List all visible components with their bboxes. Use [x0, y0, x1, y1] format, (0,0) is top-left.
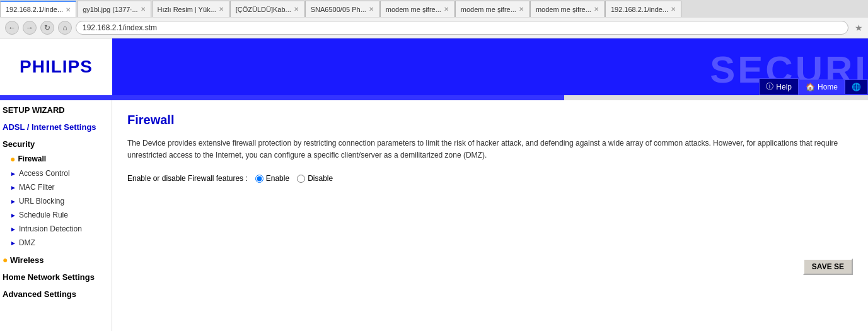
tab-active[interactable]: 192.168.2.1/inde... ✕: [0, 1, 76, 17]
app: PHILIPS SECURI ⓘ Help 🏠 Home 🌐: [0, 38, 868, 331]
sidebar-item-dmz[interactable]: ► DMZ: [0, 236, 112, 250]
arrow-icon-dmz: ►: [10, 240, 16, 247]
header-logo: PHILIPS: [0, 38, 112, 95]
tab-5[interactable]: modem me şifre... ✕: [380, 1, 454, 17]
sidebar-firewall-label: Firewall: [18, 154, 46, 163]
address-bar: ← → ↻ ⌂ 192.168.2.1/index.stm ★: [0, 18, 868, 38]
reload-button[interactable]: ↻: [40, 21, 54, 35]
forward-button[interactable]: →: [23, 21, 37, 35]
url-input[interactable]: 192.168.2.1/index.stm: [76, 21, 848, 35]
sidebar: SETUP WIZARD ADSL / Internet Settings Se…: [0, 100, 112, 331]
home-label: Home: [818, 83, 838, 91]
main-layout: SETUP WIZARD ADSL / Internet Settings Se…: [0, 100, 868, 331]
tab-label-2: Hızlı Resim | Yük...: [158, 6, 216, 13]
enable-radio-label[interactable]: Enable: [255, 174, 289, 183]
tab-3[interactable]: [ÇÖZÜLDÜ]Kab... ✕: [230, 1, 304, 17]
sidebar-mac-filter-label: MAC Filter: [19, 183, 55, 192]
enable-disable-label: Enable or disable Firewall features :: [127, 174, 248, 183]
enable-text: Enable: [266, 174, 289, 183]
tab-6[interactable]: modem me şifre... ✕: [455, 1, 529, 17]
tab-1[interactable]: gy1bl.jpg (1377·... ✕: [77, 1, 151, 17]
disable-radio[interactable]: [297, 175, 305, 183]
sidebar-item-access-control[interactable]: ► Access Control: [0, 166, 112, 180]
home-icon: 🏠: [806, 83, 815, 91]
tab-close-icon[interactable]: ✕: [66, 6, 71, 13]
sidebar-intrusion-label: Intrusion Detection: [19, 224, 82, 233]
save-settings-button[interactable]: SAVE SE: [803, 258, 853, 275]
tab-7[interactable]: modem me şifre... ✕: [530, 1, 605, 17]
sidebar-access-control-label: Access Control: [19, 169, 70, 178]
tab-close-6[interactable]: ✕: [519, 6, 524, 13]
sidebar-security[interactable]: Security: [0, 134, 112, 151]
sidebar-wireless[interactable]: ● Wireless: [0, 250, 112, 267]
help-button[interactable]: ⓘ Help: [759, 78, 799, 95]
sidebar-item-intrusion-detection[interactable]: ► Intrusion Detection: [0, 222, 112, 236]
enable-radio[interactable]: [255, 175, 263, 183]
sidebar-setup-wizard[interactable]: SETUP WIZARD: [0, 100, 112, 117]
tab-label-1: gy1bl.jpg (1377·...: [83, 6, 137, 13]
tab-label-6: modem me şifre...: [461, 6, 516, 13]
tab-close-2[interactable]: ✕: [219, 6, 224, 13]
tab-label: 192.168.2.1/inde...: [6, 6, 63, 13]
disable-radio-label[interactable]: Disable: [297, 174, 333, 183]
globe-icon: 🌐: [852, 83, 861, 91]
bullet-icon-wireless: ●: [3, 255, 8, 265]
home-button[interactable]: ⌂: [58, 21, 72, 35]
help-icon: ⓘ: [766, 81, 773, 92]
tab-label-7: modem me şifre...: [536, 6, 591, 13]
browser-chrome: 192.168.2.1/inde... ✕ gy1bl.jpg (1377·..…: [0, 0, 868, 38]
tab-close-8[interactable]: ✕: [671, 6, 676, 13]
tab-label-8: 192.168.2.1/inde...: [611, 6, 668, 13]
globe-button[interactable]: 🌐: [845, 79, 868, 95]
bookmark-icon[interactable]: ★: [855, 23, 863, 33]
sidebar-item-firewall[interactable]: ● Firewall: [0, 151, 112, 166]
tab-8[interactable]: 192.168.2.1/inde... ✕: [605, 1, 681, 17]
sidebar-item-url-blocking[interactable]: ► URL Blocking: [0, 194, 112, 208]
header-title-area: SECURI ⓘ Help 🏠 Home 🌐: [112, 38, 868, 95]
home-button[interactable]: 🏠 Home: [799, 79, 845, 95]
back-button[interactable]: ←: [5, 21, 19, 35]
tab-close-3[interactable]: ✕: [294, 6, 299, 13]
bullet-icon-firewall: ●: [10, 154, 15, 164]
sidebar-url-blocking-label: URL Blocking: [19, 197, 64, 206]
tab-close-5[interactable]: ✕: [444, 6, 449, 13]
tab-close-7[interactable]: ✕: [594, 6, 599, 13]
sidebar-item-schedule-rule[interactable]: ► Schedule Rule: [0, 208, 112, 222]
sidebar-advanced-settings[interactable]: Advanced Settings: [0, 284, 112, 301]
sidebar-item-mac-filter[interactable]: ► MAC Filter: [0, 180, 112, 194]
help-label: Help: [776, 83, 792, 91]
page-title: Firewall: [127, 113, 853, 127]
arrow-icon-url: ►: [10, 198, 16, 205]
progress-bar-fill: [0, 95, 564, 100]
sidebar-schedule-rule-label: Schedule Rule: [19, 211, 68, 219]
sidebar-home-network[interactable]: Home Network Settings: [0, 267, 112, 284]
header: PHILIPS SECURI ⓘ Help 🏠 Home 🌐: [0, 38, 868, 95]
firewall-toggle-row: Enable or disable Firewall features : En…: [127, 174, 853, 183]
logo-text: PHILIPS: [20, 57, 93, 77]
description-text: The Device provides extensive firewall p…: [127, 137, 853, 161]
url-text: 192.168.2.1/index.stm: [83, 23, 157, 32]
header-nav: ⓘ Help 🏠 Home 🌐: [759, 78, 868, 95]
tab-2[interactable]: Hızlı Resim | Yük... ✕: [152, 1, 229, 17]
sidebar-wireless-label: Wireless: [10, 255, 43, 265]
tab-label-5: modem me şifre...: [386, 6, 441, 13]
sidebar-dmz-label: DMZ: [19, 238, 35, 247]
tab-close-1[interactable]: ✕: [141, 6, 146, 13]
disable-text: Disable: [308, 174, 333, 183]
tab-4[interactable]: SNA6500/05 Ph... ✕: [305, 1, 379, 17]
progress-bar-container: [0, 95, 868, 100]
tab-label-4: SNA6500/05 Ph...: [311, 6, 366, 13]
tab-bar: 192.168.2.1/inde... ✕ gy1bl.jpg (1377·..…: [0, 0, 868, 18]
arrow-icon-intrusion: ►: [10, 226, 16, 233]
arrow-icon-schedule: ►: [10, 212, 16, 219]
tab-label-3: [ÇÖZÜLDÜ]Kab...: [236, 6, 291, 13]
sidebar-adsl[interactable]: ADSL / Internet Settings: [0, 117, 112, 134]
arrow-icon-mac: ►: [10, 184, 16, 191]
tab-close-4[interactable]: ✕: [369, 6, 374, 13]
arrow-icon-access: ►: [10, 170, 16, 177]
content-area: Firewall The Device provides extensive f…: [112, 100, 868, 331]
